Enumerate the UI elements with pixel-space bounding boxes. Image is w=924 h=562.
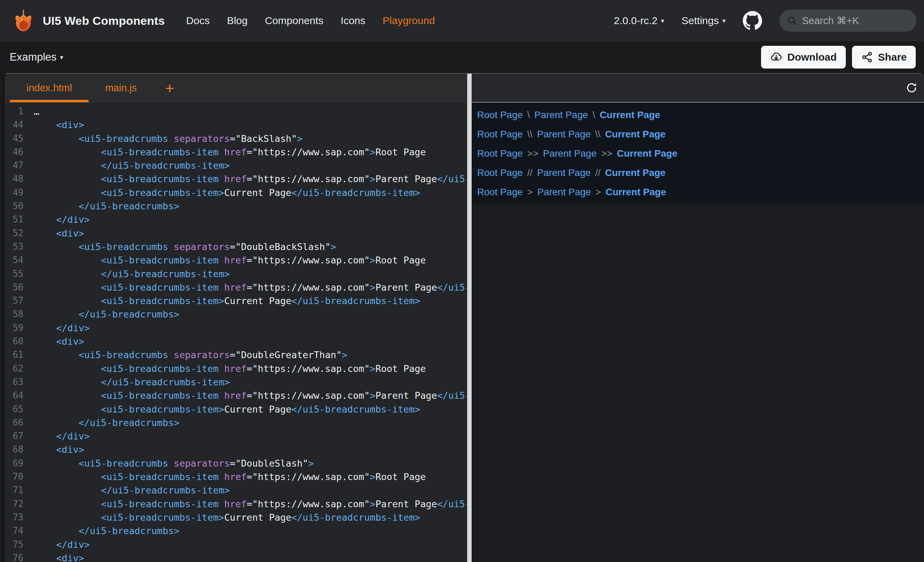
refresh-button[interactable] bbox=[905, 82, 918, 94]
code-line: 62 <ui5-breadcrumbs-item href="https://w… bbox=[5, 362, 467, 375]
line-number: 50 bbox=[5, 199, 34, 213]
line-number: 67 bbox=[5, 429, 34, 443]
code-line: 74 </ui5-breadcrumbs> bbox=[5, 524, 467, 538]
line-number: 60 bbox=[5, 335, 34, 348]
primary-nav: DocsBlogComponentsIconsPlayground bbox=[186, 15, 435, 27]
tab-main-js[interactable]: main.js bbox=[88, 74, 153, 102]
code-editor[interactable]: 1…44 <div>45 <ui5-breadcrumbs separators… bbox=[5, 103, 467, 562]
breadcrumb-link[interactable]: Root Page bbox=[477, 148, 523, 159]
breadcrumb-link[interactable]: Parent Page bbox=[534, 109, 588, 120]
line-number: 47 bbox=[5, 159, 34, 172]
nav-link-docs[interactable]: Docs bbox=[186, 15, 210, 27]
breadcrumb-separator: >> bbox=[527, 148, 538, 159]
code-line-text: </ui5-breadcrumbs> bbox=[34, 524, 180, 538]
line-number: 70 bbox=[5, 470, 34, 484]
code-line: 46 <ui5-breadcrumbs-item href="https://w… bbox=[5, 145, 467, 159]
breadcrumb-row: Root Page//Parent Page//Current Page bbox=[477, 163, 924, 183]
code-line: 73 <ui5-breadcrumbs-item>Current Page</u… bbox=[5, 511, 467, 524]
code-line-text: </ui5-breadcrumbs-item> bbox=[34, 267, 230, 281]
chevron-down-icon: ▾ bbox=[661, 17, 664, 25]
line-number: 76 bbox=[5, 552, 34, 562]
breadcrumb-separator: \ bbox=[527, 109, 530, 120]
plus-icon: + bbox=[165, 79, 174, 97]
breadcrumb-row: Root Page>Parent Page>Current Page bbox=[477, 183, 924, 202]
breadcrumb-link[interactable]: Parent Page bbox=[537, 167, 591, 178]
code-line: 60 <div> bbox=[5, 335, 467, 348]
preview-pane: Root Page\Parent Page\Current PageRoot P… bbox=[472, 74, 924, 562]
breadcrumb-separator: \ bbox=[592, 109, 596, 120]
version-menu[interactable]: 2.0.0-rc.2 ▾ bbox=[614, 15, 664, 27]
settings-menu[interactable]: Settings ▾ bbox=[681, 15, 726, 27]
preview-topbar bbox=[472, 74, 924, 103]
share-button[interactable]: Share bbox=[852, 46, 916, 69]
code-line-text: </div> bbox=[34, 538, 90, 552]
line-number: 64 bbox=[5, 389, 34, 402]
code-line: 63 </ui5-breadcrumbs-item> bbox=[5, 375, 467, 389]
code-line-text: <div> bbox=[34, 552, 84, 562]
search-input[interactable] bbox=[802, 15, 909, 27]
github-link[interactable] bbox=[743, 11, 762, 30]
share-label: Share bbox=[878, 51, 907, 63]
examples-menu[interactable]: Examples ▾ bbox=[10, 51, 63, 63]
line-number: 62 bbox=[5, 362, 34, 375]
code-line: 68 <div> bbox=[5, 443, 467, 456]
code-line: 53 <ui5-breadcrumbs separators="DoubleBa… bbox=[5, 240, 467, 253]
code-line-text: <ui5-breadcrumbs-item href="https://www.… bbox=[34, 389, 467, 402]
code-line: 45 <ui5-breadcrumbs separators="BackSlas… bbox=[5, 132, 467, 145]
line-number: 65 bbox=[5, 403, 34, 416]
breadcrumb-row: Root Page\Parent Page\Current Page bbox=[477, 105, 924, 124]
download-button[interactable]: Download bbox=[761, 46, 846, 69]
breadcrumb-link[interactable]: Parent Page bbox=[543, 148, 597, 159]
version-label: 2.0.0-rc.2 bbox=[614, 15, 658, 27]
top-navbar: UI5 Web Components DocsBlogComponentsIco… bbox=[0, 0, 924, 41]
code-line-text: </ui5-breadcrumbs> bbox=[34, 199, 180, 213]
code-line-text: <ui5-breadcrumbs separators="BackSlash"> bbox=[34, 132, 303, 145]
code-line-text: <div> bbox=[34, 443, 84, 456]
line-number: 61 bbox=[5, 348, 34, 361]
line-number: 45 bbox=[5, 132, 34, 145]
code-line-text: … bbox=[34, 105, 39, 118]
line-number: 48 bbox=[5, 172, 34, 186]
breadcrumb-link[interactable]: Root Page bbox=[477, 129, 523, 140]
breadcrumb-link[interactable]: Parent Page bbox=[537, 129, 591, 140]
breadcrumb-current: Current Page bbox=[606, 187, 666, 198]
nav-link-components[interactable]: Components bbox=[265, 15, 324, 27]
code-line: 71 </ui5-breadcrumbs-item> bbox=[5, 484, 467, 497]
code-line: 72 <ui5-breadcrumbs-item href="https://w… bbox=[5, 497, 467, 511]
line-number: 54 bbox=[5, 253, 34, 267]
breadcrumbs-demo-area: Root Page\Parent Page\Current PageRoot P… bbox=[472, 103, 924, 205]
line-number: 69 bbox=[5, 457, 34, 470]
nav-link-playground[interactable]: Playground bbox=[383, 15, 435, 27]
nav-link-icons[interactable]: Icons bbox=[341, 15, 366, 27]
code-line: 49 <ui5-breadcrumbs-item>Current Page</u… bbox=[5, 186, 467, 199]
code-line-text: <div> bbox=[34, 226, 84, 240]
code-line-text: <ui5-breadcrumbs-item href="https://www.… bbox=[34, 281, 467, 294]
code-line-text: <ui5-breadcrumbs-item href="https://www.… bbox=[34, 470, 426, 484]
code-line: 64 <ui5-breadcrumbs-item href="https://w… bbox=[5, 389, 467, 402]
line-number: 59 bbox=[5, 321, 34, 335]
playground-surface: index.htmlmain.js+ 1…44 <div>45 <ui5-bre… bbox=[2, 73, 924, 562]
brand-link[interactable]: UI5 Web Components bbox=[10, 7, 165, 34]
code-line: 67 </div> bbox=[5, 429, 467, 443]
code-line: 70 <ui5-breadcrumbs-item href="https://w… bbox=[5, 470, 467, 484]
code-line: 54 <ui5-breadcrumbs-item href="https://w… bbox=[5, 253, 467, 267]
line-number: 66 bbox=[5, 416, 34, 429]
breadcrumb-current: Current Page bbox=[600, 109, 660, 120]
code-line-text: <ui5-breadcrumbs separators="DoubleBackS… bbox=[34, 240, 336, 253]
brand-title: UI5 Web Components bbox=[43, 14, 165, 27]
code-line: 47 </ui5-breadcrumbs-item> bbox=[5, 159, 467, 172]
code-line-text: <ui5-breadcrumbs-item href="https://www.… bbox=[34, 172, 467, 186]
breadcrumb-link[interactable]: Parent Page bbox=[537, 187, 591, 198]
settings-label: Settings bbox=[681, 15, 718, 27]
breadcrumb-link[interactable]: Root Page bbox=[477, 187, 523, 198]
line-number: 56 bbox=[5, 281, 34, 294]
tab-index-html[interactable]: index.html bbox=[10, 74, 88, 102]
nav-link-blog[interactable]: Blog bbox=[227, 15, 248, 27]
code-line: 57 <ui5-breadcrumbs-item>Current Page</u… bbox=[5, 294, 467, 307]
breadcrumb-link[interactable]: Root Page bbox=[477, 109, 523, 120]
chevron-down-icon: ▾ bbox=[60, 53, 63, 61]
breadcrumb-link[interactable]: Root Page bbox=[477, 167, 523, 178]
pane-divider[interactable] bbox=[467, 74, 472, 562]
code-line: 66 </ui5-breadcrumbs> bbox=[5, 416, 467, 429]
add-tab-button[interactable]: + bbox=[156, 74, 183, 102]
